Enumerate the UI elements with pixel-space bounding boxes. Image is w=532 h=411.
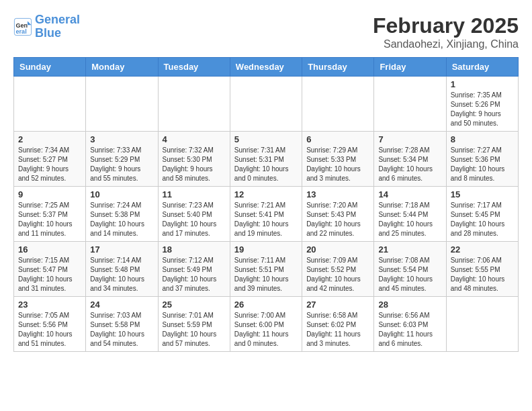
- day-info: Sunrise: 7:24 AM Sunset: 5:38 PM Dayligh…: [90, 201, 153, 238]
- calendar-day-cell: [446, 297, 518, 352]
- day-info: Sunrise: 7:21 AM Sunset: 5:41 PM Dayligh…: [234, 201, 298, 238]
- calendar-day-cell: [230, 77, 302, 132]
- logo: Gen eral General Blue: [13, 13, 80, 40]
- day-info: Sunrise: 7:14 AM Sunset: 5:48 PM Dayligh…: [90, 256, 153, 293]
- day-info: Sunrise: 7:20 AM Sunset: 5:43 PM Dayligh…: [306, 201, 369, 238]
- day-info: Sunrise: 7:32 AM Sunset: 5:30 PM Dayligh…: [163, 146, 226, 183]
- day-info: Sunrise: 7:29 AM Sunset: 5:33 PM Dayligh…: [306, 146, 369, 183]
- day-number: 21: [378, 244, 441, 255]
- day-number: 5: [234, 134, 298, 144]
- calendar-day-cell: 14Sunrise: 7:18 AM Sunset: 5:44 PM Dayli…: [374, 187, 446, 242]
- calendar-day-cell: 8Sunrise: 7:27 AM Sunset: 5:36 PM Daylig…: [446, 132, 518, 187]
- calendar-day-cell: [158, 77, 230, 132]
- day-number: 12: [234, 189, 298, 199]
- calendar-table: SundayMondayTuesdayWednesdayThursdayFrid…: [13, 57, 519, 352]
- day-info: Sunrise: 7:08 AM Sunset: 5:54 PM Dayligh…: [378, 256, 441, 293]
- day-number: 23: [18, 300, 81, 310]
- calendar-day-cell: 17Sunrise: 7:14 AM Sunset: 5:48 PM Dayli…: [86, 242, 158, 297]
- day-number: 11: [163, 189, 226, 199]
- calendar-subtitle: Sandaohezi, Xinjiang, China: [373, 38, 519, 50]
- day-info: Sunrise: 7:28 AM Sunset: 5:34 PM Dayligh…: [378, 146, 441, 183]
- day-info: Sunrise: 7:05 AM Sunset: 5:56 PM Dayligh…: [18, 311, 81, 349]
- day-number: 7: [378, 134, 441, 144]
- day-info: Sunrise: 7:35 AM Sunset: 5:26 PM Dayligh…: [451, 91, 514, 128]
- day-number: 17: [90, 244, 153, 255]
- day-info: Sunrise: 7:18 AM Sunset: 5:44 PM Dayligh…: [378, 201, 441, 238]
- day-info: Sunrise: 6:56 AM Sunset: 6:03 PM Dayligh…: [378, 311, 441, 349]
- column-header-tuesday: Tuesday: [158, 58, 230, 77]
- day-number: 18: [163, 244, 226, 255]
- day-number: 24: [90, 300, 153, 310]
- day-number: 25: [163, 300, 226, 310]
- day-number: 2: [18, 134, 81, 144]
- logo-blue: Blue: [35, 27, 80, 40]
- day-number: 27: [306, 300, 369, 310]
- logo-name: General: [35, 13, 80, 27]
- calendar-day-cell: 6Sunrise: 7:29 AM Sunset: 5:33 PM Daylig…: [302, 132, 374, 187]
- calendar-day-cell: 7Sunrise: 7:28 AM Sunset: 5:34 PM Daylig…: [374, 132, 446, 187]
- calendar-week-2: 2Sunrise: 7:34 AM Sunset: 5:27 PM Daylig…: [14, 132, 519, 187]
- day-info: Sunrise: 7:09 AM Sunset: 5:52 PM Dayligh…: [306, 256, 369, 293]
- calendar-day-cell: 12Sunrise: 7:21 AM Sunset: 5:41 PM Dayli…: [230, 187, 302, 242]
- day-number: 13: [306, 189, 369, 199]
- day-info: Sunrise: 7:27 AM Sunset: 5:36 PM Dayligh…: [451, 146, 514, 183]
- day-number: 28: [378, 300, 441, 310]
- calendar-day-cell: 20Sunrise: 7:09 AM Sunset: 5:52 PM Dayli…: [302, 242, 374, 297]
- logo-general: General: [35, 13, 80, 26]
- calendar-day-cell: [86, 77, 158, 132]
- calendar-header-row: SundayMondayTuesdayWednesdayThursdayFrid…: [14, 58, 519, 77]
- logo-blue-text: Blue: [35, 26, 61, 40]
- day-info: Sunrise: 7:01 AM Sunset: 5:59 PM Dayligh…: [163, 311, 226, 349]
- calendar-day-cell: 24Sunrise: 7:03 AM Sunset: 5:58 PM Dayli…: [86, 297, 158, 352]
- calendar-day-cell: 23Sunrise: 7:05 AM Sunset: 5:56 PM Dayli…: [14, 297, 86, 352]
- calendar-day-cell: 4Sunrise: 7:32 AM Sunset: 5:30 PM Daylig…: [158, 132, 230, 187]
- day-number: 26: [234, 300, 298, 310]
- day-number: 14: [378, 189, 441, 199]
- day-number: 22: [451, 244, 514, 255]
- svg-text:eral: eral: [16, 28, 27, 35]
- calendar-day-cell: 27Sunrise: 6:58 AM Sunset: 6:02 PM Dayli…: [302, 297, 374, 352]
- day-info: Sunrise: 7:25 AM Sunset: 5:37 PM Dayligh…: [18, 201, 81, 238]
- day-number: 10: [90, 189, 153, 199]
- calendar-day-cell: 25Sunrise: 7:01 AM Sunset: 5:59 PM Dayli…: [158, 297, 230, 352]
- calendar-day-cell: 1Sunrise: 7:35 AM Sunset: 5:26 PM Daylig…: [446, 77, 518, 132]
- day-info: Sunrise: 7:34 AM Sunset: 5:27 PM Dayligh…: [18, 146, 81, 183]
- page-header: Gen eral General Blue February 2025 Sand…: [13, 13, 519, 50]
- day-number: 19: [234, 244, 298, 255]
- day-number: 8: [451, 134, 514, 144]
- calendar-day-cell: 21Sunrise: 7:08 AM Sunset: 5:54 PM Dayli…: [374, 242, 446, 297]
- day-info: Sunrise: 7:06 AM Sunset: 5:55 PM Dayligh…: [451, 256, 514, 293]
- day-info: Sunrise: 7:17 AM Sunset: 5:45 PM Dayligh…: [451, 201, 514, 238]
- day-number: 3: [90, 134, 153, 144]
- day-number: 20: [306, 244, 369, 255]
- day-info: Sunrise: 6:58 AM Sunset: 6:02 PM Dayligh…: [306, 311, 369, 349]
- calendar-day-cell: 2Sunrise: 7:34 AM Sunset: 5:27 PM Daylig…: [14, 132, 86, 187]
- calendar-day-cell: 15Sunrise: 7:17 AM Sunset: 5:45 PM Dayli…: [446, 187, 518, 242]
- calendar-day-cell: [374, 77, 446, 132]
- day-number: 1: [451, 79, 514, 89]
- day-info: Sunrise: 7:11 AM Sunset: 5:51 PM Dayligh…: [234, 256, 298, 293]
- day-number: 4: [163, 134, 226, 144]
- calendar-day-cell: 5Sunrise: 7:31 AM Sunset: 5:31 PM Daylig…: [230, 132, 302, 187]
- day-number: 16: [18, 244, 81, 255]
- calendar-day-cell: 28Sunrise: 6:56 AM Sunset: 6:03 PM Dayli…: [374, 297, 446, 352]
- calendar-day-cell: 16Sunrise: 7:15 AM Sunset: 5:47 PM Dayli…: [14, 242, 86, 297]
- calendar-week-4: 16Sunrise: 7:15 AM Sunset: 5:47 PM Dayli…: [14, 242, 519, 297]
- day-info: Sunrise: 7:15 AM Sunset: 5:47 PM Dayligh…: [18, 256, 81, 293]
- calendar-day-cell: 9Sunrise: 7:25 AM Sunset: 5:37 PM Daylig…: [14, 187, 86, 242]
- day-info: Sunrise: 7:31 AM Sunset: 5:31 PM Dayligh…: [234, 146, 298, 183]
- calendar-day-cell: 3Sunrise: 7:33 AM Sunset: 5:29 PM Daylig…: [86, 132, 158, 187]
- calendar-day-cell: [14, 77, 86, 132]
- calendar-week-3: 9Sunrise: 7:25 AM Sunset: 5:37 PM Daylig…: [14, 187, 519, 242]
- logo-icon: Gen eral: [13, 17, 32, 36]
- calendar-day-cell: 26Sunrise: 7:00 AM Sunset: 6:00 PM Dayli…: [230, 297, 302, 352]
- calendar-day-cell: [302, 77, 374, 132]
- calendar-day-cell: 18Sunrise: 7:12 AM Sunset: 5:49 PM Dayli…: [158, 242, 230, 297]
- day-info: Sunrise: 7:12 AM Sunset: 5:49 PM Dayligh…: [163, 256, 226, 293]
- calendar-week-5: 23Sunrise: 7:05 AM Sunset: 5:56 PM Dayli…: [14, 297, 519, 352]
- calendar-title: February 2025: [373, 13, 519, 38]
- day-info: Sunrise: 7:00 AM Sunset: 6:00 PM Dayligh…: [234, 311, 298, 349]
- day-info: Sunrise: 7:03 AM Sunset: 5:58 PM Dayligh…: [90, 311, 153, 349]
- calendar-day-cell: 11Sunrise: 7:23 AM Sunset: 5:40 PM Dayli…: [158, 187, 230, 242]
- day-number: 9: [18, 189, 81, 199]
